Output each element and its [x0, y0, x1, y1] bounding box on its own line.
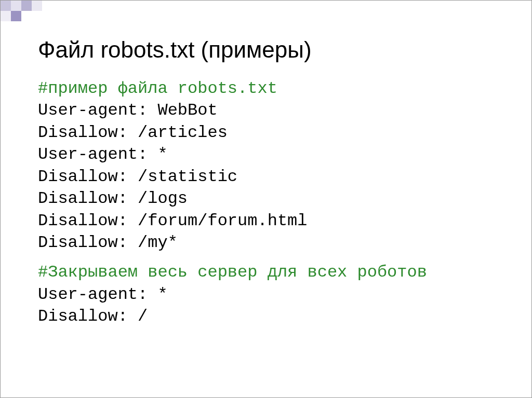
code-line: Disallow: /my*: [38, 233, 178, 252]
slide-content: Файл robots.txt (примеры) #пример файла …: [38, 37, 494, 328]
code-comment-1: #пример файла robots.txt: [38, 79, 277, 98]
code-comment-2: #Закрываем весь сервер для всех роботов: [38, 263, 427, 282]
code-line: User-agent: WebBot: [38, 101, 218, 120]
corner-decoration: [1, 1, 84, 21]
code-line: Disallow: /: [38, 307, 148, 326]
slide-title: Файл robots.txt (примеры): [38, 37, 494, 63]
code-line: Disallow: /forum/forum.html: [38, 211, 307, 230]
code-example-1: #пример файла robots.txt User-agent: Web…: [38, 78, 494, 254]
slide-frame: Файл robots.txt (примеры) #пример файла …: [0, 0, 532, 398]
code-line: Disallow: /logs: [38, 189, 188, 208]
code-example-2: #Закрываем весь сервер для всех роботов …: [38, 262, 494, 328]
code-line: User-agent: *: [38, 285, 168, 304]
code-line: Disallow: /statistic: [38, 167, 237, 186]
code-line: User-agent: *: [38, 145, 168, 164]
code-line: Disallow: /articles: [38, 123, 228, 142]
